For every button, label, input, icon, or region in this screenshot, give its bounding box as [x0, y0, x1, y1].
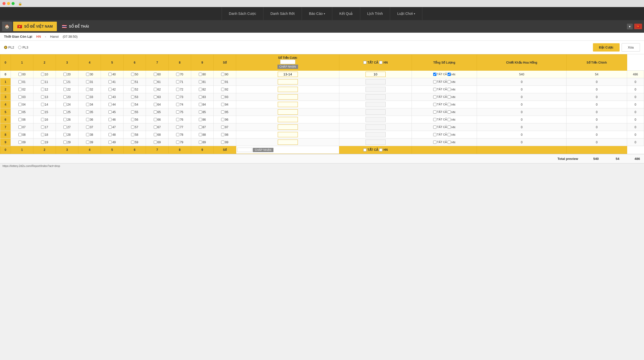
so-input[interactable] [278, 79, 298, 84]
number-checkbox[interactable] [18, 80, 22, 83]
number-checkbox[interactable] [18, 88, 22, 91]
number-checkbox[interactable] [154, 125, 157, 129]
tat-ca-checkbox[interactable] [433, 73, 436, 76]
number-checkbox[interactable] [41, 125, 44, 129]
number-checkbox[interactable] [108, 73, 112, 76]
hn-checkbox[interactable] [448, 80, 451, 83]
header-chap-nhan-button[interactable]: CHẤP NHẬN [277, 65, 298, 69]
number-checkbox[interactable] [176, 103, 179, 106]
number-checkbox[interactable] [41, 80, 44, 83]
number-checkbox[interactable] [154, 73, 157, 76]
number-checkbox[interactable] [108, 80, 112, 83]
hn-checkbox[interactable] [448, 141, 451, 144]
xoa-button[interactable]: Xóa [622, 43, 640, 52]
number-checkbox[interactable] [41, 88, 44, 91]
nav-bao-cao[interactable]: Báo Cáo ▾ [302, 7, 332, 20]
footer-chap-nhan-button[interactable]: CHẤP NHẬN [253, 148, 273, 152]
tat-ca-checkbox[interactable] [433, 110, 436, 114]
number-checkbox[interactable] [199, 110, 202, 114]
number-checkbox[interactable] [63, 88, 67, 91]
number-checkbox[interactable] [221, 125, 224, 129]
number-checkbox[interactable] [154, 141, 157, 144]
number-checkbox[interactable] [86, 103, 89, 106]
number-checkbox[interactable] [199, 133, 202, 136]
so-input[interactable] [278, 140, 298, 145]
number-checkbox[interactable] [131, 141, 134, 144]
number-checkbox[interactable] [154, 88, 157, 91]
hn-checkbox[interactable] [448, 103, 451, 106]
nav-luat-choi[interactable]: Luật Chơi ▾ [390, 7, 422, 20]
number-checkbox[interactable] [18, 95, 22, 99]
number-checkbox[interactable] [41, 133, 44, 136]
number-checkbox[interactable] [221, 141, 224, 144]
footer-hn-checkbox[interactable] [379, 148, 382, 152]
footer-tat-ca-checkbox[interactable] [363, 148, 367, 152]
money-input[interactable] [366, 94, 386, 100]
money-input[interactable] [366, 79, 386, 84]
number-checkbox[interactable] [108, 103, 112, 106]
hn-checkbox[interactable] [448, 88, 451, 91]
number-checkbox[interactable] [86, 125, 89, 129]
number-checkbox[interactable] [86, 118, 89, 121]
number-checkbox[interactable] [63, 133, 67, 136]
number-checkbox[interactable] [131, 95, 134, 99]
number-checkbox[interactable] [108, 125, 112, 129]
pl2-radio[interactable] [4, 46, 7, 49]
number-checkbox[interactable] [199, 73, 202, 76]
number-checkbox[interactable] [176, 95, 179, 99]
tat-ca-checkbox[interactable] [433, 95, 436, 99]
money-input[interactable] [366, 117, 386, 122]
number-checkbox[interactable] [41, 110, 44, 114]
tat-ca-checkbox[interactable] [433, 133, 436, 136]
number-checkbox[interactable] [108, 88, 112, 91]
number-checkbox[interactable] [131, 88, 134, 91]
number-checkbox[interactable] [63, 80, 67, 83]
number-checkbox[interactable] [131, 80, 134, 83]
number-checkbox[interactable] [63, 141, 67, 144]
number-checkbox[interactable] [131, 118, 134, 121]
number-checkbox[interactable] [63, 118, 67, 121]
money-input[interactable] [366, 102, 386, 107]
header-chap-nhan-input[interactable] [280, 60, 295, 64]
so-input[interactable] [278, 124, 298, 130]
number-checkbox[interactable] [154, 103, 157, 106]
number-checkbox[interactable] [154, 80, 157, 83]
pl2-option[interactable]: PL2 [4, 46, 14, 49]
money-input[interactable] [366, 140, 386, 145]
number-checkbox[interactable] [18, 103, 22, 106]
number-checkbox[interactable] [199, 95, 202, 99]
hn-checkbox[interactable] [448, 110, 451, 114]
number-checkbox[interactable] [63, 103, 67, 106]
so-input[interactable] [278, 72, 298, 77]
header-tat-ca-checkbox[interactable] [363, 61, 367, 64]
language-dropdown-btn[interactable]: ▾ [627, 24, 633, 29]
number-checkbox[interactable] [63, 73, 67, 76]
number-checkbox[interactable] [18, 125, 22, 129]
hn-checkbox[interactable] [448, 118, 451, 121]
number-checkbox[interactable] [108, 95, 112, 99]
money-input[interactable] [366, 124, 386, 130]
number-checkbox[interactable] [176, 118, 179, 121]
so-input[interactable] [278, 87, 298, 92]
flag-lang-btn[interactable]: 🇻🇳 [634, 24, 642, 29]
number-checkbox[interactable] [154, 118, 157, 121]
header-hn-checkbox[interactable] [379, 61, 382, 64]
number-checkbox[interactable] [199, 141, 202, 144]
number-checkbox[interactable] [86, 141, 89, 144]
number-checkbox[interactable] [41, 73, 44, 76]
number-checkbox[interactable] [199, 118, 202, 121]
hn-checkbox[interactable] [448, 95, 451, 99]
tat-ca-checkbox[interactable] [433, 118, 436, 121]
number-checkbox[interactable] [199, 125, 202, 129]
tat-ca-checkbox[interactable] [433, 141, 436, 144]
tat-ca-checkbox[interactable] [433, 103, 436, 106]
so-input[interactable] [278, 94, 298, 100]
nav-danh-sach-cuoc[interactable]: Danh Sách Cược [222, 7, 263, 20]
number-checkbox[interactable] [41, 95, 44, 99]
money-input[interactable] [366, 132, 386, 137]
number-checkbox[interactable] [86, 88, 89, 91]
number-checkbox[interactable] [131, 133, 134, 136]
number-checkbox[interactable] [176, 88, 179, 91]
number-checkbox[interactable] [63, 95, 67, 99]
number-checkbox[interactable] [131, 73, 134, 76]
